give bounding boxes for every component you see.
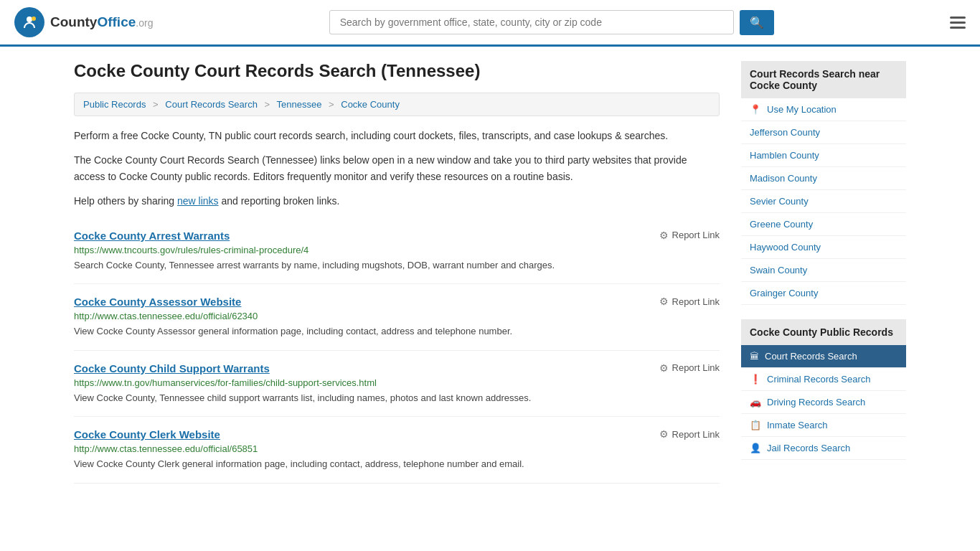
use-my-location[interactable]: 📍 Use My Location [741, 98, 906, 121]
logo-icon [14, 7, 44, 37]
public-record-link-0[interactable]: Court Records Search [765, 351, 857, 362]
header: CountyOffice.org 🔍 [0, 0, 980, 47]
nearby-county-4[interactable]: Greene County [741, 213, 906, 236]
record-url-3[interactable]: http://www.ctas.tennessee.edu/official/6… [74, 443, 720, 454]
report-label-3: Report Link [672, 429, 720, 440]
record-title-0[interactable]: Cocke County Arrest Warrants [74, 230, 230, 242]
public-record-item-3[interactable]: 📋 Inmate Search [741, 414, 906, 437]
report-icon-3: ⚙ [659, 428, 669, 440]
breadcrumb-sep-3: > [329, 99, 334, 110]
main-wrapper: Cocke County Court Records Search (Tenne… [60, 47, 920, 498]
public-records-list: 🏛 Court Records Search ❗ Criminal Record… [741, 345, 906, 460]
public-record-item-4[interactable]: 👤 Jail Records Search [741, 437, 906, 460]
nearby-county-6[interactable]: Swain County [741, 259, 906, 282]
record-desc-0: Search Cocke County, Tennessee arrest wa… [74, 258, 720, 273]
sidebar: Court Records Search near Cocke County 📍… [741, 61, 906, 484]
menu-line-2 [950, 22, 966, 24]
public-record-item-2[interactable]: 🚗 Driving Records Search [741, 391, 906, 414]
nearby-county-7[interactable]: Grainger County [741, 282, 906, 305]
public-record-link-1[interactable]: Criminal Records Search [767, 374, 871, 385]
description-2: The Cocke County Court Records Search (T… [74, 152, 720, 184]
description-3-post: and reporting broken links. [219, 195, 340, 207]
search-button[interactable]: 🔍 [740, 10, 774, 35]
nearby-county-link-7[interactable]: Grainger County [750, 288, 818, 298]
content-area: Cocke County Court Records Search (Tenne… [74, 61, 720, 484]
breadcrumb-public-records[interactable]: Public Records [83, 99, 146, 110]
nearby-county-1[interactable]: Hamblen County [741, 144, 906, 167]
logo-area: CountyOffice.org [14, 7, 153, 37]
record-desc-3: View Cocke County Clerk general informat… [74, 457, 720, 471]
nearby-counties: Jefferson CountyHamblen CountyMadison Co… [741, 121, 906, 305]
public-record-link-3[interactable]: Inmate Search [767, 420, 828, 430]
page-title: Cocke County Court Records Search (Tenne… [74, 61, 720, 81]
report-link-1[interactable]: ⚙ Report Link [659, 296, 720, 307]
report-link-2[interactable]: ⚙ Report Link [659, 362, 720, 374]
breadcrumb-tennessee[interactable]: Tennessee [277, 99, 322, 110]
breadcrumb-cocke-county[interactable]: Cocke County [341, 99, 400, 110]
record-item: Cocke County Clerk Website ⚙ Report Link… [74, 417, 720, 484]
report-label-0: Report Link [672, 230, 720, 240]
location-icon: 📍 [750, 104, 761, 115]
search-area: 🔍 [329, 10, 774, 35]
record-url-0[interactable]: https://www.tncourts.gov/rules/rules-cri… [74, 245, 720, 255]
menu-line-3 [950, 27, 966, 29]
nearby-county-5[interactable]: Haywood County [741, 236, 906, 259]
public-record-link-4[interactable]: Jail Records Search [767, 443, 850, 453]
breadcrumb: Public Records > Court Records Search > … [74, 93, 720, 116]
description-1: Perform a free Cocke County, TN public c… [74, 128, 720, 143]
report-icon-2: ⚙ [659, 362, 669, 374]
public-record-icon-1: ❗ [750, 374, 761, 385]
use-my-location-link[interactable]: Use My Location [767, 104, 837, 115]
report-label-2: Report Link [672, 362, 720, 373]
nearby-county-link-2[interactable]: Madison County [750, 173, 817, 184]
nearby-section: Court Records Search near Cocke County 📍… [741, 61, 906, 305]
svg-point-2 [32, 17, 36, 21]
logo-text: CountyOffice.org [50, 14, 153, 30]
nearby-header: Court Records Search near Cocke County [741, 61, 906, 98]
public-records-header: Cocke County Public Records [741, 319, 906, 345]
menu-button[interactable] [950, 17, 966, 29]
breadcrumb-court-records[interactable]: Court Records Search [165, 99, 258, 110]
nearby-county-link-0[interactable]: Jefferson County [750, 127, 820, 138]
search-input[interactable] [329, 10, 734, 34]
records-container: Cocke County Arrest Warrants ⚙ Report Li… [74, 218, 720, 484]
record-title-1[interactable]: Cocke County Assessor Website [74, 296, 241, 308]
new-links-link[interactable]: new links [177, 195, 219, 207]
record-item: Cocke County Arrest Warrants ⚙ Report Li… [74, 218, 720, 285]
report-icon-1: ⚙ [659, 296, 669, 307]
public-record-item-1[interactable]: ❗ Criminal Records Search [741, 368, 906, 391]
public-record-icon-3: 📋 [750, 420, 761, 430]
nearby-county-link-4[interactable]: Greene County [750, 219, 813, 230]
record-item: Cocke County Assessor Website ⚙ Report L… [74, 284, 720, 351]
report-link-0[interactable]: ⚙ Report Link [659, 230, 720, 241]
report-icon-0: ⚙ [659, 230, 669, 241]
public-record-icon-0: 🏛 [750, 351, 759, 362]
record-desc-2: View Cocke County, Tennessee child suppo… [74, 391, 720, 405]
nearby-county-link-6[interactable]: Swain County [750, 265, 807, 276]
svg-point-1 [27, 17, 32, 22]
nearby-county-3[interactable]: Sevier County [741, 190, 906, 213]
public-record-icon-2: 🚗 [750, 397, 761, 408]
record-title-3[interactable]: Cocke County Clerk Website [74, 428, 220, 441]
report-label-1: Report Link [672, 296, 720, 307]
public-record-icon-4: 👤 [750, 443, 761, 453]
nearby-county-link-1[interactable]: Hamblen County [750, 150, 819, 161]
record-url-2[interactable]: https://www.tn.gov/humanservices/for-fam… [74, 377, 720, 388]
record-url-1[interactable]: http://www.ctas.tennessee.edu/official/6… [74, 311, 720, 321]
nearby-county-link-3[interactable]: Sevier County [750, 196, 809, 207]
description-3-pre: Help others by sharing [74, 195, 177, 207]
nearby-county-0[interactable]: Jefferson County [741, 121, 906, 144]
report-link-3[interactable]: ⚙ Report Link [659, 428, 720, 440]
breadcrumb-sep-1: > [153, 99, 159, 110]
record-desc-1: View Cocke County Assessor general infor… [74, 324, 720, 339]
description-3: Help others by sharing new links and rep… [74, 193, 720, 209]
public-records-section: Cocke County Public Records 🏛 Court Reco… [741, 319, 906, 460]
record-title-2[interactable]: Cocke County Child Support Warrants [74, 362, 270, 375]
public-record-item-0[interactable]: 🏛 Court Records Search [741, 345, 906, 368]
nearby-county-link-5[interactable]: Haywood County [750, 242, 821, 253]
breadcrumb-sep-2: > [265, 99, 270, 110]
record-item: Cocke County Child Support Warrants ⚙ Re… [74, 351, 720, 418]
public-record-link-2[interactable]: Driving Records Search [767, 397, 865, 408]
nearby-county-2[interactable]: Madison County [741, 167, 906, 190]
menu-line-1 [950, 17, 966, 19]
